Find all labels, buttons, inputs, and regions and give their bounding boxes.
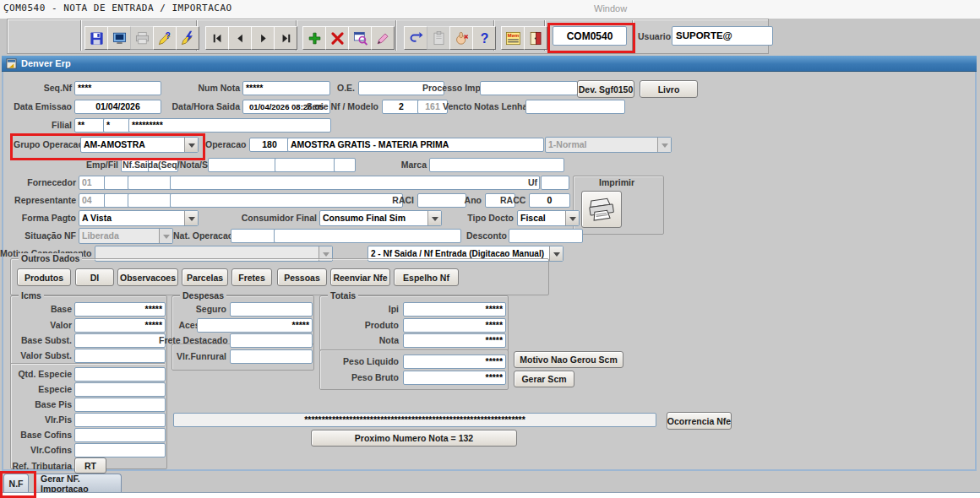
qtd-especie-field[interactable] bbox=[74, 367, 166, 382]
tipo-docto-select[interactable]: Fiscal bbox=[517, 210, 580, 226]
memo-button[interactable]: Mem bbox=[501, 26, 525, 50]
parcelas-button[interactable]: Parcelas bbox=[182, 268, 228, 286]
help-button[interactable]: ? bbox=[472, 26, 496, 50]
icms-base-field[interactable]: ***** bbox=[74, 302, 166, 317]
denver-erp-titlebar[interactable]: Denver Erp bbox=[2, 56, 977, 72]
forma-pagto-select[interactable]: A Vista bbox=[79, 210, 199, 226]
nf-saida-nota-field[interactable] bbox=[275, 158, 338, 172]
vlr-pis-field[interactable] bbox=[74, 413, 166, 427]
desconto-field[interactable] bbox=[509, 229, 583, 243]
save-button[interactable] bbox=[84, 26, 108, 50]
espelho-nf-button[interactable]: Espelho Nf bbox=[394, 268, 459, 286]
pessoas-button[interactable]: Pessoas bbox=[277, 268, 327, 286]
filial-field-3[interactable]: ********* bbox=[128, 118, 331, 133]
vlr-funrural-field[interactable] bbox=[230, 349, 313, 364]
nf-saida-seq-field[interactable] bbox=[208, 158, 279, 172]
masked-info-field[interactable]: ****************************************… bbox=[173, 413, 656, 427]
ocorrencia-nfe-button[interactable]: Ocorrencia Nfe bbox=[667, 412, 732, 430]
representante-name-field[interactable] bbox=[170, 193, 403, 208]
nat-operacao-desc-field[interactable] bbox=[274, 229, 461, 243]
processo-imp-field[interactable] bbox=[480, 81, 578, 95]
peso-liquido-field[interactable]: ***** bbox=[403, 355, 506, 369]
tab-nf[interactable]: N.F bbox=[3, 474, 29, 492]
livro-button[interactable]: Livro bbox=[640, 80, 698, 98]
clipboard-button[interactable] bbox=[427, 26, 450, 50]
produto-field[interactable]: ***** bbox=[403, 318, 506, 333]
base-cofins-field[interactable] bbox=[74, 428, 166, 442]
forma-pagto-value: A Vista bbox=[79, 211, 184, 225]
delete-record-button[interactable] bbox=[325, 26, 349, 50]
forma-pagto-label: Forma Pagto bbox=[0, 212, 76, 225]
motivo-nao-gerou-scm-button[interactable]: Motivo Nao Gerou Scm bbox=[514, 351, 623, 368]
menu-window[interactable]: Window bbox=[594, 3, 627, 14]
acessorios-field[interactable]: ***** bbox=[197, 318, 313, 333]
peso-bruto-field[interactable]: ***** bbox=[403, 371, 506, 385]
ano-label: Ano bbox=[463, 194, 482, 207]
marca-label: Marca bbox=[384, 159, 427, 171]
serie-nf-field[interactable]: 2 bbox=[382, 100, 421, 114]
grupo-operacao-select[interactable]: AM-AMOSTRA bbox=[80, 137, 199, 153]
usuario-field[interactable]: SUPORTE@ bbox=[672, 26, 773, 46]
operacao-desc-field[interactable]: AMOSTRA GRATIS - MATERIA PRIMA bbox=[287, 138, 544, 152]
tipo-nf-select[interactable]: 1-Normal bbox=[545, 137, 672, 153]
raci-field[interactable] bbox=[417, 193, 466, 208]
edit-field-button[interactable] bbox=[371, 26, 395, 50]
produtos-button[interactable]: Produtos bbox=[17, 268, 71, 286]
gerar-scm-button[interactable]: Gerar Scm bbox=[514, 371, 574, 387]
marca-field[interactable] bbox=[429, 158, 564, 172]
query-icon bbox=[352, 30, 368, 46]
edit-help-button[interactable]: ? bbox=[153, 26, 177, 50]
peso-bruto-label: Peso Bruto bbox=[329, 371, 399, 384]
last-record-button[interactable] bbox=[274, 26, 297, 50]
first-record-button[interactable] bbox=[205, 26, 229, 50]
data-emissao-field[interactable]: 01/04/2026 bbox=[74, 100, 161, 114]
base-cofins-label: Base Cofins bbox=[0, 429, 72, 441]
icms-valor-subst-field[interactable] bbox=[74, 349, 166, 363]
uf-field[interactable] bbox=[541, 176, 569, 190]
observacoes-button[interactable]: Observacoes bbox=[117, 268, 178, 286]
svg-text:Mem: Mem bbox=[507, 32, 519, 37]
especie-field[interactable] bbox=[74, 382, 166, 397]
situacao-nf-select[interactable]: Liberada bbox=[79, 228, 173, 244]
vencto-notas-lenha-field[interactable] bbox=[525, 100, 625, 114]
imprimir-button[interactable] bbox=[581, 191, 622, 228]
filial-field-1[interactable]: ** bbox=[74, 118, 106, 133]
previous-record-button[interactable] bbox=[228, 26, 252, 50]
base-pis-field[interactable] bbox=[74, 398, 166, 412]
seq-nf-field[interactable]: **** bbox=[74, 81, 161, 95]
icms-base-subst-field[interactable] bbox=[74, 333, 166, 348]
execute-button[interactable] bbox=[176, 26, 199, 50]
fornecedor-field-3[interactable] bbox=[128, 176, 174, 190]
nf-saida-serie-field[interactable] bbox=[334, 158, 356, 172]
program-code-field[interactable]: COM0540 bbox=[553, 26, 627, 46]
vlr-cofins-field[interactable] bbox=[74, 443, 166, 457]
rt-button[interactable]: RT bbox=[74, 457, 106, 474]
insert-record-button[interactable] bbox=[302, 26, 326, 50]
tab-gerar-nf-importacao[interactable]: Gerar NF. Importacao bbox=[34, 474, 122, 492]
seguro-field[interactable] bbox=[230, 302, 313, 317]
undo-button[interactable] bbox=[404, 26, 427, 50]
screen-button[interactable] bbox=[107, 26, 131, 50]
proximo-numero-nota-button[interactable]: Proximo Numero Nota = 132 bbox=[311, 430, 517, 447]
filial-field-2[interactable]: * bbox=[103, 118, 132, 133]
consumidor-final-select[interactable]: Consumo Final Sim bbox=[319, 210, 442, 226]
di-button[interactable]: DI bbox=[75, 268, 114, 286]
fretes-button[interactable]: Fretes bbox=[231, 268, 272, 286]
operacao-code-field[interactable]: 180 bbox=[249, 138, 290, 152]
exit-button[interactable] bbox=[524, 26, 547, 50]
query-button[interactable] bbox=[348, 26, 372, 50]
print-button[interactable] bbox=[130, 26, 154, 50]
help-icon: ? bbox=[476, 30, 493, 46]
frete-destacado-field[interactable] bbox=[230, 333, 313, 348]
dev-sgf0150-button[interactable]: Dev. Sgf0150 bbox=[577, 80, 634, 98]
representante-field-3[interactable] bbox=[128, 193, 174, 208]
nota-field[interactable]: ***** bbox=[403, 333, 506, 348]
next-record-button[interactable] bbox=[251, 26, 275, 50]
nat-operacao-code-field[interactable] bbox=[231, 229, 276, 243]
ipi-field[interactable]: ***** bbox=[403, 302, 506, 317]
hand-ok-button[interactable] bbox=[449, 26, 473, 50]
racc-field[interactable]: 0 bbox=[529, 193, 570, 208]
fornecedor-name-field[interactable] bbox=[170, 176, 540, 190]
reenviar-nfe-button[interactable]: Reenviar Nfe bbox=[330, 268, 390, 286]
icms-valor-field[interactable]: ***** bbox=[74, 318, 166, 333]
